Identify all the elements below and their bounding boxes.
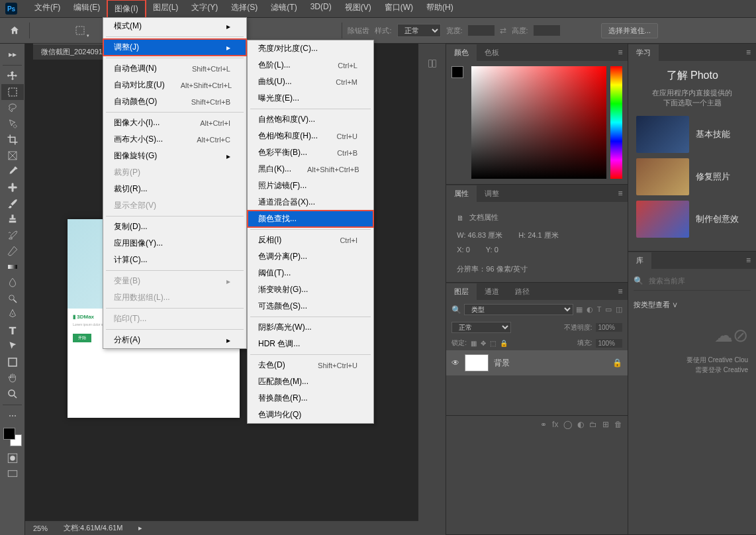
gradient-tool[interactable]	[1, 259, 24, 275]
menu-item-图像大小(I)...[interactable]: 图像大小(I)...Alt+Ctrl+I	[103, 115, 246, 131]
fx-icon[interactable]: fx	[552, 420, 558, 429]
menu-item-自动颜色(O)[interactable]: 自动颜色(O)Shift+Ctrl+B	[103, 93, 246, 110]
panel-menu-icon[interactable]: ≡	[612, 48, 628, 57]
zoom-tool[interactable]	[1, 386, 24, 402]
color-field[interactable]	[471, 66, 606, 179]
menu-item-HDR 色调...[interactable]: HDR 色调...	[248, 336, 373, 352]
swap-icon[interactable]: ⇄	[500, 26, 506, 35]
tab-paths[interactable]: 路径	[507, 283, 538, 300]
menu-item-色阶(L)...[interactable]: 色阶(L)...Ctrl+L	[248, 57, 373, 73]
search-icon[interactable]: 🔍	[451, 305, 461, 315]
menu-视图(V)[interactable]: 视图(V)	[338, 0, 378, 19]
blend-mode-select[interactable]: 正常	[451, 322, 511, 333]
tab-channels[interactable]: 通道	[477, 283, 507, 300]
visibility-icon[interactable]: 👁	[451, 358, 459, 367]
marquee-tool-icon[interactable]: ▾	[71, 23, 89, 38]
lock-pixels-icon[interactable]: ▦	[471, 340, 477, 347]
menu-item-阴影/高光(W)...[interactable]: 阴影/高光(W)...	[248, 319, 373, 336]
menu-item-复制(D)...[interactable]: 复制(D)...	[103, 219, 246, 235]
library-search-input[interactable]	[646, 274, 751, 287]
path-select-tool[interactable]	[1, 338, 24, 354]
menu-3D(D)[interactable]: 3D(D)	[304, 0, 338, 19]
expand-icon[interactable]: ▸▸	[1, 46, 24, 62]
menu-item-图像旋转(G)[interactable]: 图像旋转(G)▸	[103, 148, 246, 164]
menu-item-调整(J)[interactable]: 调整(J)▸	[103, 39, 246, 56]
menu-item-画布大小(S)...[interactable]: 画布大小(S)...Alt+Ctrl+C	[103, 131, 246, 148]
marquee-tool[interactable]	[1, 84, 24, 100]
panel-menu-icon[interactable]: ≡	[741, 256, 756, 265]
library-category-select[interactable]: 按类型查看 ∨	[628, 296, 756, 314]
tab-swatches[interactable]: 色板	[477, 44, 507, 61]
stamp-tool[interactable]	[1, 211, 24, 227]
history-brush-tool[interactable]	[1, 227, 24, 243]
color-fg-swatch[interactable]	[451, 66, 463, 78]
menu-帮助(H)[interactable]: 帮助(H)	[420, 0, 460, 19]
screen-mode-icon[interactable]	[1, 466, 24, 482]
menu-item-黑白(K)...[interactable]: 黑白(K)...Alt+Shift+Ctrl+B	[248, 161, 373, 177]
lock-all-icon[interactable]: 🔒	[500, 340, 508, 347]
menu-item-自然饱和度(V)...[interactable]: 自然饱和度(V)...	[248, 111, 373, 128]
shape-tool[interactable]	[1, 354, 24, 370]
menu-item-替换颜色(R)...[interactable]: 替换颜色(R)...	[248, 390, 373, 407]
filter-pixel-icon[interactable]: ▦	[576, 305, 583, 314]
tab-learn[interactable]: 学习	[628, 44, 659, 61]
tab-properties[interactable]: 属性	[446, 185, 477, 202]
layer-name[interactable]: 背景	[494, 358, 510, 369]
menu-item-颜色查找...[interactable]: 颜色查找...	[248, 211, 373, 227]
menu-图像(I)[interactable]: 图像(I)	[107, 0, 146, 19]
mask-icon[interactable]: ◯	[563, 420, 572, 429]
menu-item-分析(A)[interactable]: 分析(A)▸	[103, 332, 246, 348]
menu-文件(F)[interactable]: 文件(F)	[28, 0, 67, 19]
menu-窗口(W)[interactable]: 窗口(W)	[378, 0, 420, 19]
width-input[interactable]	[468, 25, 495, 36]
filter-smart-icon[interactable]: ◫	[616, 305, 622, 314]
panel-menu-icon[interactable]: ≡	[612, 189, 628, 198]
menu-选择(S)[interactable]: 选择(S)	[224, 0, 264, 19]
menu-编辑(E)[interactable]: 编辑(E)	[67, 0, 107, 19]
tab-color[interactable]: 颜色	[446, 44, 477, 61]
menu-item-去色(D)[interactable]: 去色(D)Shift+Ctrl+U	[248, 357, 373, 373]
lasso-tool[interactable]	[1, 100, 24, 116]
brush-tool[interactable]	[1, 195, 24, 211]
dock-icon-1[interactable]	[422, 53, 443, 74]
menu-item-模式(M)[interactable]: 模式(M)▸	[103, 18, 246, 34]
move-tool[interactable]	[1, 68, 24, 84]
menu-item-曝光度(E)...[interactable]: 曝光度(E)...	[248, 90, 373, 107]
hand-tool[interactable]	[1, 370, 24, 386]
pen-tool[interactable]	[1, 307, 24, 322]
tab-adjustments[interactable]: 调整	[477, 185, 507, 202]
menu-文字(Y)[interactable]: 文字(Y)	[185, 0, 224, 19]
menu-item-可选颜色(S)...[interactable]: 可选颜色(S)...	[248, 298, 373, 315]
menu-item-亮度/对比度(C)...[interactable]: 亮度/对比度(C)...	[248, 40, 373, 57]
quick-select-tool[interactable]	[1, 116, 24, 132]
menu-item-曲线(U)...[interactable]: 曲线(U)...Ctrl+M	[248, 73, 373, 90]
adjustment-icon[interactable]: ◐	[577, 420, 584, 429]
menu-item-色相/饱和度(H)...[interactable]: 色相/饱和度(H)...Ctrl+U	[248, 128, 373, 144]
edit-toolbar-icon[interactable]: ⋯	[1, 408, 24, 424]
menu-item-裁切(R)...[interactable]: 裁切(R)...	[103, 181, 246, 197]
panel-menu-icon[interactable]: ≡	[612, 287, 628, 296]
menu-item-色彩平衡(B)...[interactable]: 色彩平衡(B)...Ctrl+B	[248, 144, 373, 161]
tab-layers[interactable]: 图层	[446, 283, 477, 300]
hue-slider[interactable]	[610, 66, 622, 179]
crop-tool[interactable]	[1, 132, 24, 148]
menu-item-反相(I)[interactable]: 反相(I)Ctrl+I	[248, 232, 373, 248]
type-tool[interactable]	[1, 322, 24, 338]
heal-tool[interactable]	[1, 179, 24, 195]
blur-tool[interactable]	[1, 275, 24, 291]
menu-item-计算(C)...[interactable]: 计算(C)...	[103, 252, 246, 268]
layer-item[interactable]: 👁 背景 🔒	[446, 350, 628, 375]
menu-item-渐变映射(G)...[interactable]: 渐变映射(G)...	[248, 281, 373, 298]
filter-adjust-icon[interactable]: ◐	[587, 305, 593, 314]
color-swatch[interactable]	[3, 428, 22, 446]
fill-input[interactable]	[596, 339, 622, 348]
menu-item-自动色调(N)[interactable]: 自动色调(N)Shift+Ctrl+L	[103, 60, 246, 77]
frame-tool[interactable]	[1, 148, 24, 164]
zoom-level[interactable]: 25%	[33, 524, 48, 532]
menu-item-通道混合器(X)...[interactable]: 通道混合器(X)...	[248, 194, 373, 211]
menu-item-照片滤镜(F)...[interactable]: 照片滤镜(F)...	[248, 177, 373, 194]
select-and-mask-button[interactable]: 选择并遮住...	[601, 23, 658, 38]
learn-card[interactable]: 修复照片	[636, 158, 748, 195]
layer-thumbnail[interactable]	[465, 354, 489, 371]
menu-图层(L)[interactable]: 图层(L)	[146, 0, 185, 19]
